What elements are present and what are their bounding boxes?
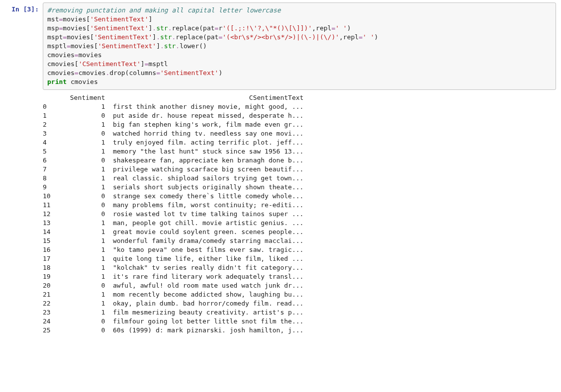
output-text: Sentiment CSentimentText 0 1 first think…: [39, 92, 561, 338]
input-cell: In [3]: #removing punctation and making …: [0, 0, 561, 92]
code-editor[interactable]: #removing punctation and making all capi…: [43, 2, 556, 90]
output-cell: Sentiment CSentimentText 0 1 first think…: [0, 92, 561, 338]
input-prompt: In [3]:: [0, 2, 43, 90]
code-comment: #removing punctation and making all capi…: [47, 6, 281, 14]
output-header: Sentiment CSentimentText: [43, 94, 303, 101]
